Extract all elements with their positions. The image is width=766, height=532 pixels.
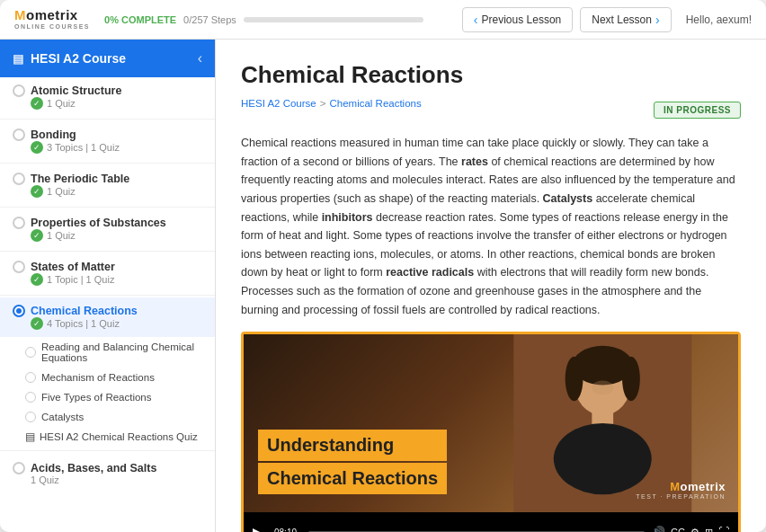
- status-circle-icon: [13, 129, 25, 141]
- sub-item-circle-icon: [25, 347, 36, 358]
- video-title-line1: Understanding: [267, 435, 438, 456]
- sub-item-circle-icon: [25, 372, 36, 383]
- watermark-subtitle: TEST · PREPARATION: [636, 493, 726, 500]
- lesson-navigation: ‹ Previous Lesson Next Lesson ›: [462, 7, 672, 32]
- svg-point-3: [565, 357, 583, 402]
- sub-item-circle-icon: [25, 392, 36, 403]
- content-body: Chemical reactions measured in human tim…: [241, 134, 741, 319]
- next-lesson-button[interactable]: Next Lesson ›: [580, 7, 671, 32]
- breadcrumb: HESI A2 Course > Chemical Reactions: [241, 98, 422, 109]
- prev-arrow-icon: ‹: [474, 13, 478, 27]
- logo-subtitle: ONLINE COURSES: [14, 23, 90, 31]
- sub-item-catalysts[interactable]: Catalysts: [25, 407, 215, 427]
- progress-steps: 0/257 Steps: [183, 14, 236, 25]
- status-circle-icon: [13, 217, 25, 229]
- sidebar-course-title: ▤ HESI A2 Course: [13, 51, 126, 66]
- greeting-text: Hello, aexum!: [686, 13, 752, 26]
- sidebar-item-states-of-matter[interactable]: States of Matter ✓ 1 Topic | 1 Quiz: [0, 253, 215, 293]
- status-badge: IN PROGRESS: [654, 102, 741, 119]
- video-control-icons: 🔊 CC ⚙ ⊞ ⛶: [652, 526, 729, 532]
- active-circle-icon: [13, 305, 25, 317]
- breadcrumb-course[interactable]: HESI A2 Course: [241, 98, 316, 109]
- sidebar-collapse-icon[interactable]: ‹: [198, 50, 202, 66]
- top-navigation: MMometrixometrix ONLINE COURSES 0% COMPL…: [0, 0, 766, 40]
- chemical-reactions-sub-items: Reading and Balancing Chemical Equations…: [0, 337, 215, 447]
- svg-point-4: [622, 357, 640, 402]
- status-circle-icon: [13, 462, 25, 474]
- sidebar-item-properties[interactable]: Properties of Substances ✓ 1 Quiz: [0, 209, 215, 249]
- sub-item-quiz[interactable]: ▤ HESI A2 Chemical Reactions Quiz: [25, 427, 215, 447]
- logo: MMometrixometrix ONLINE COURSES: [14, 8, 90, 30]
- breadcrumb-row: HESI A2 Course > Chemical Reactions IN P…: [241, 98, 741, 121]
- page-title: Chemical Reactions: [241, 61, 741, 89]
- quiz-icon: ▤: [25, 430, 35, 443]
- video-time: 08:10: [270, 527, 301, 532]
- sidebar-item-chemical-reactions[interactable]: Chemical Reactions ✓ 4 Topics | 1 Quiz: [0, 297, 215, 337]
- video-player: Understanding Chemical Reactions: [241, 332, 741, 532]
- sidebar-item-periodic-table[interactable]: The Periodic Table ✓ 1 Quiz: [0, 165, 215, 205]
- check-badge: ✓: [31, 317, 43, 330]
- next-arrow-icon: ›: [655, 13, 660, 27]
- check-badge: ✓: [31, 97, 43, 110]
- settings-icon[interactable]: ⚙: [690, 527, 699, 532]
- breadcrumb-current: Chemical Reactions: [329, 98, 421, 109]
- watermark-logo: Mometrix: [636, 480, 726, 493]
- sidebar-content: Atomic Structure ✓ 1 Quiz Bonding ✓ 3 To…: [0, 77, 215, 532]
- progress-label: 0% COMPLETE: [104, 14, 176, 25]
- breadcrumb-separator: >: [320, 98, 326, 109]
- check-badge: ✓: [31, 229, 43, 242]
- subtitles-icon[interactable]: CC: [671, 527, 685, 532]
- check-badge: ✓: [31, 141, 43, 154]
- sidebar-header: ▤ HESI A2 Course ‹: [0, 40, 215, 77]
- status-circle-icon: [13, 84, 25, 97]
- sub-item-reading-balancing[interactable]: Reading and Balancing Chemical Equations: [25, 337, 215, 368]
- svg-point-7: [592, 381, 613, 395]
- sidebar-item-acids-bases[interactable]: Acids, Bases, and Salts 1 Quiz: [0, 455, 215, 492]
- prev-lesson-button[interactable]: ‹ Previous Lesson: [462, 7, 573, 32]
- theater-icon[interactable]: ⊞: [705, 527, 713, 532]
- sidebar: ▤ HESI A2 Course ‹ Atomic Structure ✓ 1 …: [0, 40, 216, 532]
- volume-icon[interactable]: 🔊: [652, 526, 665, 532]
- sub-item-five-types[interactable]: Five Types of Reactions: [25, 387, 215, 407]
- video-title-line2: Chemical Reactions: [267, 468, 438, 489]
- status-circle-icon: [13, 173, 25, 185]
- fullscreen-icon[interactable]: ⛶: [718, 526, 729, 532]
- main-layout: ▤ HESI A2 Course ‹ Atomic Structure ✓ 1 …: [0, 40, 766, 532]
- play-button[interactable]: ▶: [253, 525, 263, 532]
- sidebar-item-atomic-structure[interactable]: Atomic Structure ✓ 1 Quiz: [0, 77, 215, 117]
- sub-item-mechanism[interactable]: Mechanism of Reactions: [25, 368, 215, 387]
- check-badge: ✓: [31, 273, 43, 286]
- main-content: Chemical Reactions HESI A2 Course > Chem…: [216, 40, 766, 532]
- progress-track: [244, 17, 423, 22]
- course-icon: ▤: [13, 52, 23, 66]
- progress-area: 0% COMPLETE 0/257 Steps: [104, 14, 448, 25]
- sub-item-circle-icon: [25, 412, 36, 422]
- video-controls: ▶ 08:10 🔊 CC ⚙ ⊞ ⛶: [244, 519, 738, 532]
- check-badge: ✓: [31, 185, 43, 198]
- status-circle-icon: [13, 261, 25, 273]
- sidebar-item-bonding[interactable]: Bonding ✓ 3 Topics | 1 Quiz: [0, 121, 215, 161]
